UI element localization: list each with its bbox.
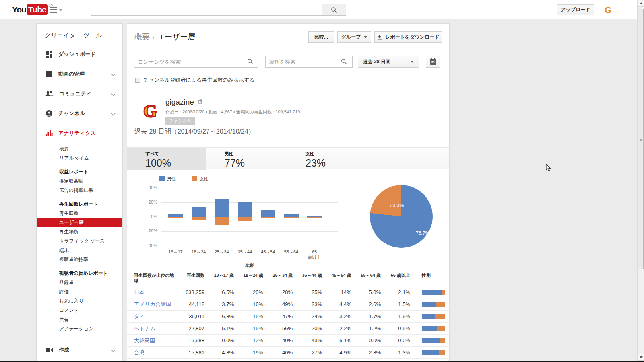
download-report-button[interactable]: レポートをダウンロード [374,31,442,43]
vertical-scrollbar[interactable] [637,0,644,361]
chevron-down-icon [59,9,62,11]
female-bar[interactable] [168,217,183,218]
column-header[interactable]: 18～24 歳 [234,269,263,286]
search-icon [331,7,337,13]
metric-cell: 2.8% [351,347,381,359]
compare-button[interactable]: 比較... [308,31,334,43]
female-bar[interactable] [284,217,299,218]
metric-cell: 43% [293,335,322,347]
sidebar-subitem[interactable]: 共有 [37,315,122,324]
tab-male[interactable]: 男性 77% [206,148,287,170]
sidebar-item-label: ダッシュボード [58,51,96,58]
top-search-button[interactable] [322,4,346,16]
x-tick-label: 18～24 [188,249,210,255]
female-bar[interactable] [261,217,275,218]
sidebar-subitem[interactable]: 評価 [37,287,122,296]
sidebar-item-community[interactable]: コミュニティ [37,84,122,103]
sidebar-subitem-selected[interactable]: ユーザー層 [37,218,122,227]
sidebar-subitem[interactable]: アノテーション [37,324,122,333]
column-header[interactable]: 35～44 歳 [293,269,322,286]
male-bar[interactable] [261,210,275,217]
male-bar[interactable] [192,207,206,217]
sidebar-subitem[interactable]: 再生場所 [37,227,122,237]
sidebar-subitem[interactable]: 推定収益額 [37,177,122,186]
column-header[interactable]: 13～17 歳 [204,269,234,286]
male-bar[interactable] [168,214,183,217]
subscriber-filter-row: チャンネル登録者による再生回数のみ表示する [135,76,255,84]
region-link[interactable]: 台湾 [134,350,144,356]
metric-cell: 44,112 [175,298,204,311]
group-button[interactable]: グループ [337,31,371,43]
female-bar[interactable] [192,217,206,220]
sidebar-item-channel[interactable]: チャンネル [37,103,122,123]
sidebar-item-dashboard[interactable]: ダッシュボード [37,44,122,64]
male-bar[interactable] [284,214,299,217]
gender-bar-female-segment [439,350,445,355]
metric-cell: 28% [263,286,293,298]
scrollbar-thumb[interactable] [638,9,644,269]
metric-cell: 12% [234,335,263,347]
sidebar-subitem[interactable]: お気に入り [37,296,122,306]
region-link[interactable]: 大韓民国 [134,337,155,343]
sidebar-subitem[interactable]: 視聴者維持率 [37,255,122,264]
metric-cell: 0.0% [204,335,234,347]
tab-all[interactable]: すべて 100% [127,148,206,170]
sidebar-subitem[interactable]: 登録者 [37,278,122,287]
sidebar-subitem[interactable]: 概要 [37,144,122,154]
sidebar-subitem[interactable]: リアルタイム [37,154,122,163]
region-link[interactable]: アメリカ合衆国 [134,301,171,307]
y-tick-label: 0% [141,214,157,219]
male-bar[interactable] [238,202,252,217]
top-search-input[interactable] [91,4,322,16]
channel-logo[interactable]: G [140,102,160,121]
sidebar-item-video-manager[interactable]: 動画の管理 [37,64,122,84]
tab-female[interactable]: 女性 23% [287,148,367,170]
person-icon [45,110,53,117]
male-bar[interactable] [215,199,229,217]
tab-value: 77% [225,157,287,169]
sidebar-item-analytics[interactable]: アナリティクス [37,123,122,143]
column-header[interactable]: 55～64 歳 [351,269,381,286]
metric-cell: 1.5% [381,298,410,311]
location-search-input[interactable] [265,56,353,68]
breadcrumb-overview-link[interactable]: 概要 [134,33,150,41]
region-link[interactable]: タイ [134,313,145,319]
metric-cell: 14% [322,286,351,298]
column-header[interactable]: 再生回数が上位の地域 [127,269,175,286]
scrollbar-up-button[interactable] [638,0,644,7]
upload-button[interactable]: アップロード [557,4,594,15]
youtube-logo[interactable]: YouTubeJP [12,4,53,15]
tab-label: すべて [145,151,206,157]
female-bar[interactable] [238,217,252,221]
column-header[interactable]: 65 歳以上 [381,269,410,286]
guide-menu-button[interactable] [50,7,62,13]
sidebar-subitem[interactable]: 端末 [37,246,122,255]
account-avatar[interactable]: G [603,5,613,15]
gender-split-bar [422,338,445,343]
male-swatch-icon [159,176,165,181]
region-link[interactable]: 日本 [134,289,144,295]
date-range-select[interactable]: 過去 28 日間 [358,56,419,68]
column-header[interactable]: 25～34 歳 [263,269,293,286]
female-bar[interactable] [215,217,229,225]
male-bar[interactable] [307,216,322,217]
sidebar-item-create[interactable]: 作成 [37,340,122,360]
scrollbar-down-button[interactable] [638,354,644,361]
sidebar-subitem[interactable]: 広告の掲載結果 [37,186,122,195]
region-link[interactable]: ベトナム [134,325,155,331]
column-header[interactable]: 再生回数 [175,269,204,286]
subscriber-only-checkbox[interactable] [135,78,140,83]
y-tick-label: 40% [141,185,157,190]
sidebar-subitem[interactable]: トラフィック ソース [37,237,122,246]
column-header[interactable]: 性別 [410,269,450,286]
content-search-input[interactable] [134,56,258,68]
metric-cell: 23% [293,298,322,311]
external-link-icon[interactable] [198,99,202,104]
metric-cell: 20% [293,323,322,335]
calendar-button[interactable]: 31 [426,56,440,68]
column-header[interactable]: 45～54 歳 [322,269,351,286]
channel-name-text[interactable]: gigazine [165,98,194,106]
sidebar-subitem[interactable]: 再生回数 [37,209,122,218]
breadcrumb: 概要›ユーザー層 [134,32,195,42]
sidebar-subitem[interactable]: コメント [37,306,122,315]
